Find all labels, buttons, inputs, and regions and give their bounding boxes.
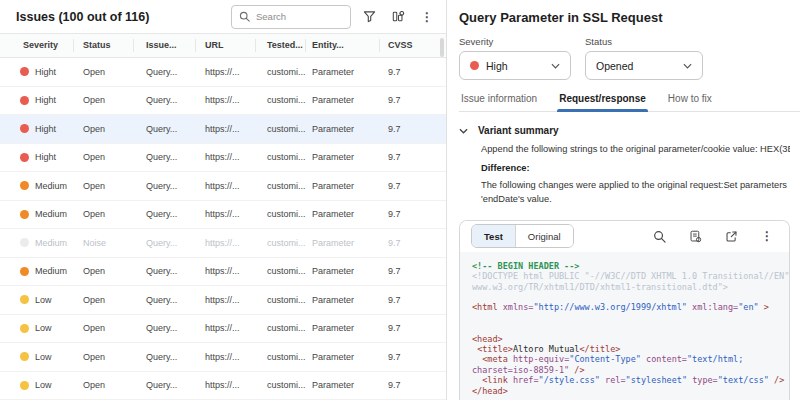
column-header-url[interactable]: URL xyxy=(196,39,256,52)
tested-cell: customi... xyxy=(256,323,306,333)
entity-cell: Parameter xyxy=(306,209,380,219)
variant-append-text: Append the following strings to the orig… xyxy=(481,144,790,154)
status-label: Status xyxy=(585,36,703,47)
severity-text: Hight xyxy=(35,95,56,105)
code-line: <meta http-equiv="Content-Type" content=… xyxy=(472,354,777,364)
severity-cell: Low xyxy=(0,380,74,390)
severity-text: Hight xyxy=(35,67,56,77)
status-cell: Open xyxy=(74,124,134,134)
severity-dot xyxy=(20,352,29,361)
cvss-cell: 9.7 xyxy=(380,95,446,105)
filter-button[interactable] xyxy=(358,6,380,28)
test-original-toggle: TestOriginal xyxy=(471,224,574,248)
toggle-original[interactable]: Original xyxy=(515,225,573,247)
code-search-button[interactable] xyxy=(648,225,670,247)
severity-text: Low xyxy=(35,323,52,333)
issue-row[interactable]: HightOpenQuery...https://...customi...Pa… xyxy=(0,115,446,144)
request-viewer-toolbar: TestOriginal ⋮ xyxy=(460,221,789,252)
entity-cell: Parameter xyxy=(306,295,380,305)
url-cell: https://... xyxy=(196,95,256,105)
more-options-button[interactable]: ⋮ xyxy=(416,6,438,28)
issue-cell: Query... xyxy=(134,295,196,305)
status-cell: Open xyxy=(74,295,134,305)
code-line: <!-- BEGIN HEADER --> xyxy=(472,261,777,271)
issue-row[interactable]: HightOpenQuery...https://...customi...Pa… xyxy=(0,87,446,116)
tested-cell: customi... xyxy=(256,209,306,219)
status-dropdown[interactable]: Opened xyxy=(585,51,703,80)
severity-cell: Hight xyxy=(0,124,74,134)
viewer-actions: ⋮ xyxy=(648,225,778,247)
column-header-cvss[interactable]: CVSS xyxy=(380,39,446,52)
status-cell: Open xyxy=(74,181,134,191)
issue-row[interactable]: HightOpenQuery...https://...customi...Pa… xyxy=(0,144,446,173)
tested-cell: customi... xyxy=(256,67,306,77)
column-header-entity[interactable]: Entity... xyxy=(306,39,380,52)
status-cell: Open xyxy=(74,352,134,362)
search-icon xyxy=(239,11,250,22)
cvss-cell: 9.7 xyxy=(380,124,446,134)
severity-dot xyxy=(20,324,29,333)
severity-dot xyxy=(20,124,29,133)
column-header-status[interactable]: Status xyxy=(74,39,134,52)
entity-cell: Parameter xyxy=(306,67,380,77)
code-line xyxy=(472,313,777,323)
url-cell: https://... xyxy=(196,67,256,77)
open-external-button[interactable] xyxy=(720,225,742,247)
entity-cell: Parameter xyxy=(306,352,380,362)
issue-row[interactable]: LowOpenQuery...https://...customi...Para… xyxy=(0,286,446,315)
issues-table-body: HightOpenQuery...https://...customi...Pa… xyxy=(0,58,446,400)
code-line: <link href="/style.css" rel="stylesheet"… xyxy=(472,375,777,385)
scrollbar-thumb[interactable] xyxy=(440,38,444,57)
issue-row[interactable]: LowOpenQuery...https://...customi...Para… xyxy=(0,372,446,400)
issue-row[interactable]: MediumNoiseQuery...https://...customi...… xyxy=(0,229,446,258)
tab-request-response[interactable]: Request/response xyxy=(557,93,648,111)
tested-cell: customi... xyxy=(256,380,306,390)
difference-text: The following changes were applied to th… xyxy=(481,178,790,207)
issue-row[interactable]: MediumOpenQuery...https://...customi...P… xyxy=(0,201,446,230)
issue-row[interactable]: MediumOpenQuery...https://...customi...P… xyxy=(0,258,446,287)
status-cell: Open xyxy=(74,152,134,162)
cvss-cell: 9.7 xyxy=(380,352,446,362)
status-cell: Noise xyxy=(74,238,134,248)
column-header-tested[interactable]: Tested... xyxy=(256,39,306,52)
severity-cell: Medium xyxy=(0,266,74,276)
chevron-down-icon xyxy=(683,63,692,69)
severity-cell: Hight xyxy=(0,152,74,162)
issues-toolbar: Issues (100 out of 116) ⋮ xyxy=(0,0,446,33)
document-gear-icon xyxy=(689,230,702,243)
entity-cell: Parameter xyxy=(306,323,380,333)
severity-text: Medium xyxy=(35,238,67,248)
kebab-icon: ⋮ xyxy=(761,230,773,242)
column-header-severity[interactable]: Severity xyxy=(0,39,74,52)
cvss-cell: 9.7 xyxy=(380,266,446,276)
severity-dropdown[interactable]: High xyxy=(459,51,571,80)
toggle-test[interactable]: Test xyxy=(472,225,515,247)
entity-cell: Parameter xyxy=(306,124,380,134)
url-cell: https://... xyxy=(196,266,256,276)
tested-cell: customi... xyxy=(256,238,306,248)
difference-label: Difference: xyxy=(481,163,790,173)
issue-row[interactable]: MediumOpenQuery...https://...customi...P… xyxy=(0,172,446,201)
issue-row[interactable]: LowOpenQuery...https://...customi...Para… xyxy=(0,343,446,372)
severity-text: Medium xyxy=(35,181,67,191)
status-cell: Open xyxy=(74,95,134,105)
tab-how-to-fix[interactable]: How to fix xyxy=(666,93,714,111)
severity-cell: Low xyxy=(0,352,74,362)
severity-dot xyxy=(20,238,29,247)
tab-issue-information[interactable]: Issue information xyxy=(459,93,539,111)
column-header-issue[interactable]: Issue... xyxy=(134,39,196,52)
code-line: charset=iso-8859-1" /> xyxy=(472,365,777,375)
report-settings-button[interactable] xyxy=(684,225,706,247)
issue-row[interactable]: LowOpenQuery...https://...customi...Para… xyxy=(0,315,446,344)
search-input[interactable] xyxy=(256,11,343,22)
viewer-more-button[interactable]: ⋮ xyxy=(756,225,778,247)
severity-value: High xyxy=(486,60,508,72)
column-settings-button[interactable] xyxy=(387,6,409,28)
severity-dot xyxy=(470,61,479,70)
search-box[interactable] xyxy=(231,5,351,29)
chevron-down-icon xyxy=(551,63,560,69)
request-code[interactable]: <!-- BEGIN HEADER --><!DOCTYPE html PUBL… xyxy=(460,252,789,400)
variant-summary-toggle[interactable]: Variant summary xyxy=(459,125,800,136)
issue-cell: Query... xyxy=(134,124,196,134)
issue-row[interactable]: HightOpenQuery...https://...customi...Pa… xyxy=(0,58,446,87)
